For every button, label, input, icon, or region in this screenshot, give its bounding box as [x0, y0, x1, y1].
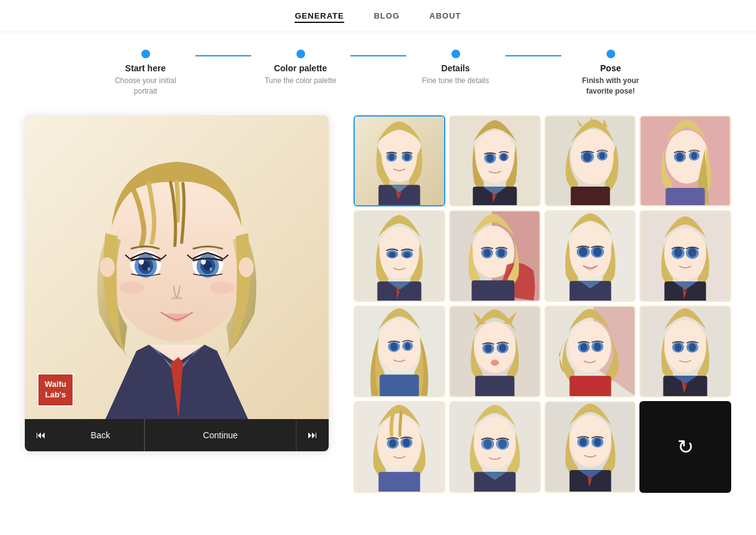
main-nav: GENERATE BLOG ABOUT — [0, 0, 756, 32]
svg-point-48 — [692, 152, 698, 159]
svg-point-63 — [497, 249, 505, 257]
svg-point-51 — [378, 227, 420, 279]
pose-item-4[interactable] — [639, 115, 731, 207]
connector-3 — [505, 55, 561, 56]
svg-point-99 — [594, 343, 601, 351]
skip-first-button[interactable]: ⏮ — [25, 419, 57, 451]
step-dot-start — [141, 50, 150, 58]
connector-2 — [350, 55, 406, 56]
portrait-controls: ⏮ Back Continue ⏭ — [25, 419, 329, 451]
svg-point-26 — [404, 153, 411, 160]
svg-point-38 — [583, 152, 591, 161]
svg-rect-114 — [378, 472, 420, 492]
svg-rect-49 — [666, 188, 705, 206]
svg-point-123 — [569, 415, 611, 467]
pose-item-9[interactable] — [354, 306, 445, 397]
svg-point-111 — [389, 439, 397, 447]
waifu-logo: Waifu Lab's — [37, 373, 74, 407]
svg-point-16 — [210, 267, 212, 271]
svg-rect-41 — [571, 187, 610, 206]
svg-point-31 — [486, 154, 494, 162]
pose-last-row: ↻ — [354, 401, 731, 493]
connector-1 — [195, 55, 251, 56]
step-dot-details — [451, 50, 460, 58]
pose-item-13[interactable] — [354, 401, 445, 493]
svg-point-53 — [389, 252, 396, 259]
svg-point-104 — [675, 343, 682, 352]
svg-point-20 — [210, 281, 234, 294]
stepper: Start here Choose your initial portrait … — [0, 32, 756, 109]
portrait-image: Waifu Lab's — [25, 115, 329, 419]
svg-rect-100 — [569, 376, 611, 396]
pose-item-8[interactable] — [639, 210, 731, 302]
portrait-card: Waifu Lab's ⏮ Back Continue ⏭ — [25, 115, 329, 451]
skip-last-button[interactable]: ⏭ — [296, 419, 329, 451]
svg-point-102 — [664, 320, 707, 372]
main-content: Waifu Lab's ⏮ Back Continue ⏭ — [0, 109, 756, 505]
svg-point-91 — [499, 344, 506, 352]
pose-item-3[interactable] — [545, 115, 636, 207]
nav-blog[interactable]: BLOG — [374, 11, 400, 23]
svg-point-17 — [171, 297, 176, 299]
svg-point-97 — [580, 343, 587, 352]
svg-rect-64 — [471, 281, 514, 301]
step-title-color: Color palette — [274, 63, 327, 73]
step-subtitle-color: Tune the color palette — [265, 76, 337, 86]
svg-rect-85 — [380, 374, 419, 396]
step-color-palette[interactable]: Color palette Tune the color palette — [251, 50, 350, 86]
svg-point-46 — [677, 153, 684, 161]
continue-button[interactable]: Continue — [145, 419, 296, 451]
nav-about[interactable]: ABOUT — [429, 11, 461, 23]
step-start[interactable]: Start here Choose your initial portrait — [96, 50, 195, 97]
pose-item-5[interactable] — [354, 210, 445, 302]
pose-item-2[interactable] — [449, 115, 541, 207]
svg-point-4 — [239, 257, 254, 277]
pose-item-12[interactable] — [639, 306, 731, 397]
step-pose[interactable]: Pose Finish with your favorite pose! — [561, 50, 660, 97]
step-subtitle-pose: Finish with your favorite pose! — [574, 76, 648, 97]
svg-point-84 — [405, 343, 411, 350]
step-dot-color — [296, 50, 305, 58]
nav-generate[interactable]: GENERATE — [295, 11, 344, 23]
step-subtitle-start: Choose your initial portrait — [109, 76, 183, 97]
svg-point-127 — [594, 438, 601, 446]
svg-point-70 — [593, 247, 601, 257]
step-dot-pose — [607, 50, 615, 58]
pose-item-14[interactable] — [449, 401, 541, 493]
step-title-details: Details — [442, 63, 470, 73]
svg-point-89 — [484, 344, 492, 352]
svg-point-18 — [177, 297, 182, 299]
svg-point-24 — [389, 153, 395, 160]
pose-item-15[interactable] — [545, 401, 636, 493]
svg-point-61 — [483, 249, 491, 257]
svg-point-125 — [579, 438, 587, 446]
refresh-icon: ↻ — [677, 435, 694, 459]
step-title-pose: Pose — [600, 63, 621, 73]
svg-point-113 — [403, 438, 411, 446]
svg-point-116 — [473, 417, 516, 469]
svg-point-118 — [483, 439, 491, 448]
refresh-button[interactable]: ↻ — [639, 401, 731, 493]
back-button[interactable]: Back — [57, 419, 145, 451]
svg-point-106 — [689, 343, 696, 352]
portrait-panel: Waifu Lab's ⏮ Back Continue ⏭ — [25, 115, 335, 493]
pose-item-7[interactable] — [545, 210, 636, 302]
svg-point-19 — [119, 281, 144, 294]
pose-item-1[interactable] — [354, 115, 445, 207]
svg-point-40 — [599, 152, 605, 159]
svg-point-82 — [391, 343, 398, 351]
pose-grid-panel: ↻ — [354, 115, 731, 493]
step-subtitle-details: Fine tune the details — [422, 76, 489, 86]
pose-item-11[interactable] — [545, 306, 636, 397]
pose-item-10[interactable] — [449, 306, 541, 397]
svg-rect-93 — [475, 376, 514, 396]
svg-point-77 — [688, 248, 696, 257]
step-details[interactable]: Details Fine tune the details — [406, 50, 505, 86]
svg-point-120 — [498, 439, 506, 448]
svg-point-75 — [674, 248, 682, 257]
svg-point-3 — [100, 257, 115, 277]
svg-point-73 — [664, 228, 707, 280]
svg-point-55 — [404, 252, 411, 259]
pose-item-6[interactable] — [449, 210, 541, 302]
svg-point-10 — [148, 267, 150, 271]
